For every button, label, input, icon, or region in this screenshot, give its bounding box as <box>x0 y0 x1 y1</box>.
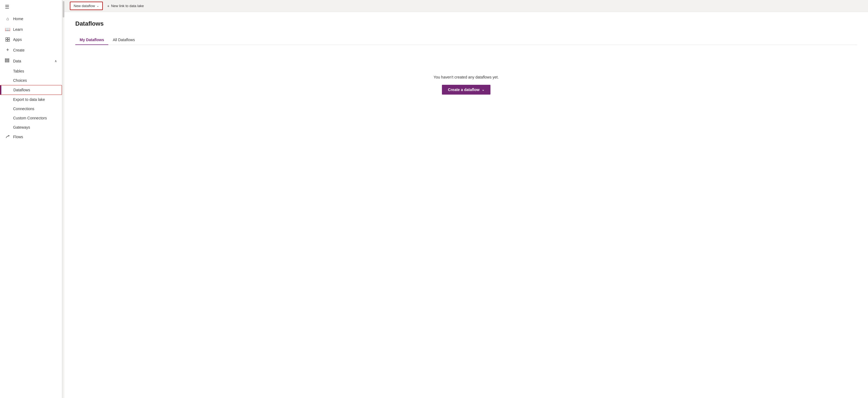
apps-icon <box>5 37 10 42</box>
active-indicator-bar <box>0 85 1 95</box>
sidebar-item-flows-label: Flows <box>13 135 23 139</box>
sidebar-sub-item-tables-label: Tables <box>13 69 24 73</box>
sidebar-sub-item-gateways-label: Gateways <box>13 125 30 130</box>
sidebar-item-create[interactable]: + Create <box>0 44 62 56</box>
new-dataflow-dropdown-arrow-icon: ⌄ <box>97 4 99 8</box>
data-icon <box>5 58 10 64</box>
sidebar-sub-item-gateways[interactable]: Gateways <box>0 123 62 132</box>
sidebar-sub-item-tables[interactable]: Tables <box>0 67 62 76</box>
sidebar-item-learn[interactable]: 📖 Learn <box>0 24 62 35</box>
data-chevron-icon: ∧ <box>55 59 57 63</box>
create-dataflow-arrow-icon: ⌄ <box>482 88 485 92</box>
new-dataflow-button[interactable]: New dataflow ⌄ <box>70 2 103 10</box>
create-icon: + <box>5 47 10 53</box>
sidebar-item-create-label: Create <box>13 48 25 52</box>
svg-rect-3 <box>8 40 9 41</box>
svg-rect-2 <box>6 40 7 41</box>
page-title: Dataflows <box>75 20 857 27</box>
sidebar-item-flows[interactable]: Flows <box>0 132 62 142</box>
sidebar-item-apps-label: Apps <box>13 37 22 42</box>
svg-rect-0 <box>6 38 7 39</box>
svg-rect-5 <box>5 60 9 61</box>
home-icon: ⌂ <box>5 16 10 21</box>
sidebar-sub-item-dataflows-label: Dataflows <box>13 88 30 92</box>
new-link-to-data-lake-label: New link to data lake <box>111 4 144 8</box>
sidebar-sub-item-choices-label: Choices <box>13 78 27 82</box>
tabs-container: My Dataflows All Dataflows <box>75 35 857 45</box>
learn-icon: 📖 <box>5 27 10 32</box>
sidebar-item-learn-label: Learn <box>13 27 23 32</box>
sidebar-item-apps[interactable]: Apps <box>0 35 62 44</box>
new-link-to-data-lake-button[interactable]: + New link to data lake <box>104 2 147 10</box>
sidebar-sub-item-custom-connectors-label: Custom Connectors <box>13 116 47 120</box>
hamburger-icon: ☰ <box>5 4 9 9</box>
main-content: New dataflow ⌄ + New link to data lake D… <box>64 0 868 398</box>
sidebar-sub-item-choices[interactable]: Choices <box>0 76 62 85</box>
sidebar-sub-item-custom-connectors[interactable]: Custom Connectors <box>0 113 62 123</box>
sidebar-item-data[interactable]: Data ∧ <box>0 56 62 67</box>
toolbar: New dataflow ⌄ + New link to data lake <box>64 0 868 12</box>
create-dataflow-label: Create a dataflow <box>448 88 479 92</box>
new-link-plus-icon: + <box>107 4 110 8</box>
hamburger-menu-button[interactable]: ☰ <box>0 0 62 13</box>
sidebar-sub-item-connections-label: Connections <box>13 107 34 111</box>
svg-rect-1 <box>8 38 9 39</box>
empty-state: You haven't created any dataflows yet. C… <box>75 53 857 117</box>
sidebar-scrollbar[interactable] <box>62 0 64 398</box>
scrollbar-thumb[interactable] <box>63 1 64 18</box>
tab-my-dataflows-label: My Dataflows <box>80 38 104 42</box>
flows-icon <box>5 135 10 139</box>
sidebar-item-home[interactable]: ⌂ Home <box>0 13 62 24</box>
sidebar-sub-item-export[interactable]: Export to data lake <box>0 95 62 104</box>
sidebar: ☰ ⌂ Home 📖 Learn Apps + Create <box>0 0 62 398</box>
sidebar-sub-item-export-label: Export to data lake <box>13 97 45 102</box>
sidebar-sub-item-connections[interactable]: Connections <box>0 104 62 113</box>
create-dataflow-button[interactable]: Create a dataflow ⌄ <box>442 85 491 95</box>
tab-all-dataflows[interactable]: All Dataflows <box>108 35 139 45</box>
page-content: Dataflows My Dataflows All Dataflows You… <box>64 12 868 398</box>
empty-state-message: You haven't created any dataflows yet. <box>434 75 499 79</box>
tab-my-dataflows[interactable]: My Dataflows <box>75 35 108 45</box>
svg-rect-6 <box>5 61 9 62</box>
sidebar-item-home-label: Home <box>13 16 23 21</box>
sidebar-item-data-label: Data <box>13 59 21 63</box>
sidebar-sub-item-dataflows[interactable]: Dataflows <box>0 85 62 95</box>
tab-all-dataflows-label: All Dataflows <box>113 38 135 42</box>
svg-rect-4 <box>5 59 9 59</box>
new-dataflow-label: New dataflow <box>74 4 95 8</box>
